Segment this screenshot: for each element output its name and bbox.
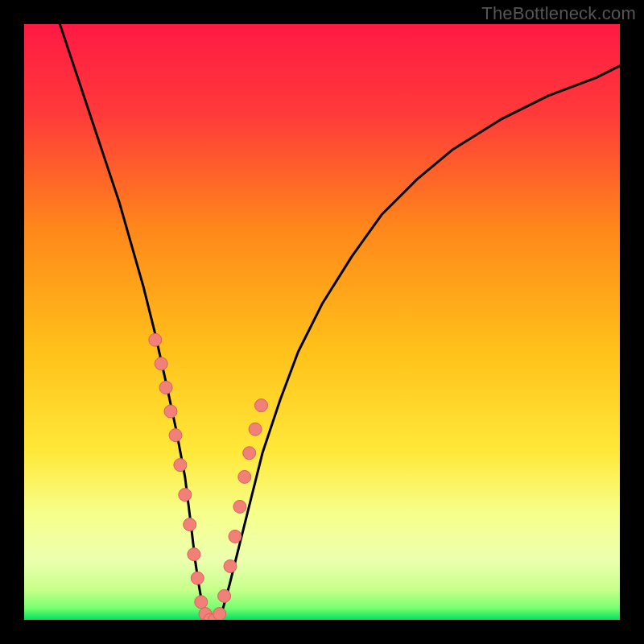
data-marker — [218, 589, 231, 602]
data-marker — [149, 333, 162, 346]
data-marker — [224, 559, 237, 572]
data-marker — [188, 548, 200, 561]
data-marker — [169, 429, 182, 442]
data-marker — [233, 500, 246, 513]
data-marker — [255, 399, 268, 412]
data-marker — [155, 357, 167, 370]
data-marker — [195, 596, 208, 609]
data-marker — [164, 405, 177, 418]
data-marker — [191, 572, 204, 584]
plot-svg — [24, 24, 620, 620]
data-marker — [243, 447, 256, 460]
data-marker — [213, 608, 226, 620]
data-marker — [249, 423, 262, 436]
data-marker — [159, 381, 172, 394]
chart-frame: TheBottleneck.com — [0, 0, 644, 644]
data-marker — [229, 530, 242, 543]
data-marker — [179, 489, 192, 502]
watermark-text: TheBottleneck.com — [481, 3, 636, 24]
data-marker — [174, 459, 187, 472]
data-marker — [184, 518, 196, 531]
gradient-background — [24, 24, 620, 620]
plot-area — [24, 24, 620, 620]
data-marker — [238, 470, 251, 483]
